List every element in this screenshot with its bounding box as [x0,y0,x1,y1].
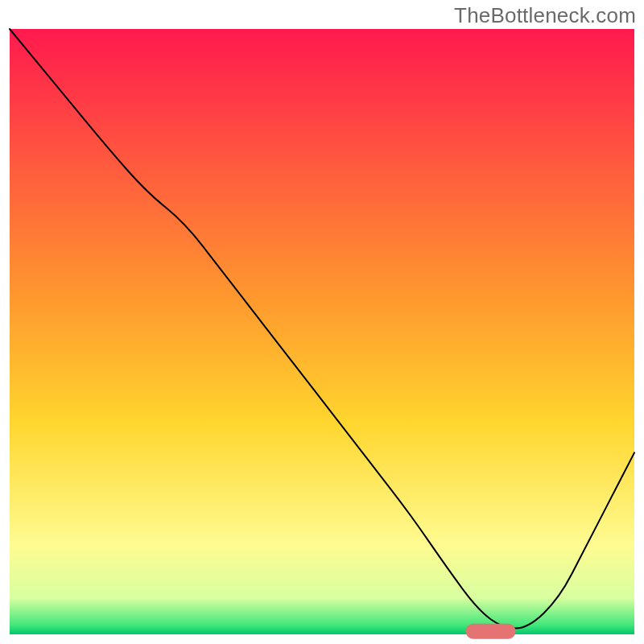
chart-stage: TheBottleneck.com [0,0,644,644]
bottleneck-chart [0,0,644,644]
watermark-text: TheBottleneck.com [454,3,636,28]
gradient-background [10,29,634,634]
optimal-range-marker [465,624,515,639]
